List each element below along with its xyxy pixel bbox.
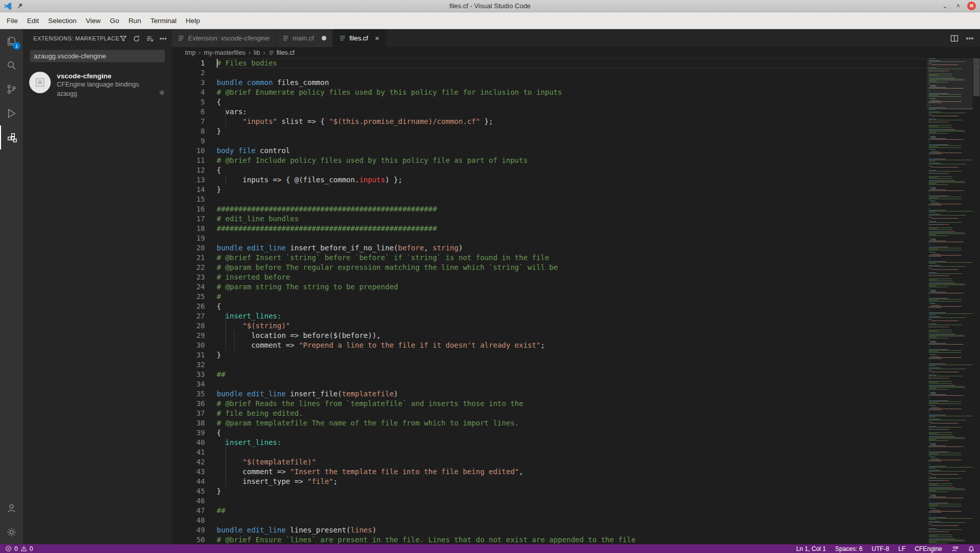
indentation[interactable]: Spaces: 6 bbox=[835, 545, 862, 552]
code-line[interactable]: 37# file being edited. bbox=[172, 409, 980, 418]
code-line[interactable]: 31} bbox=[172, 350, 980, 360]
line-number[interactable]: 10 bbox=[172, 146, 205, 156]
code-line[interactable]: 48 bbox=[172, 516, 980, 525]
maximize-button[interactable]: ˄ bbox=[954, 2, 963, 10]
line-number[interactable]: 14 bbox=[172, 185, 205, 195]
encoding[interactable]: UTF-8 bbox=[872, 545, 889, 552]
code-line[interactable]: 49bundle edit_line lines_present(lines) bbox=[172, 525, 980, 535]
code-line[interactable]: 44 insert_type => "file"; bbox=[172, 477, 980, 486]
line-number[interactable]: 18 bbox=[172, 224, 205, 233]
line-number[interactable]: 43 bbox=[172, 467, 205, 477]
split-editor-icon[interactable] bbox=[950, 34, 958, 42]
line-number[interactable]: 37 bbox=[172, 409, 205, 418]
line-number[interactable]: 48 bbox=[172, 516, 205, 525]
code-line[interactable]: 38# @param templatefile The name of the … bbox=[172, 418, 980, 428]
menu-run[interactable]: Run bbox=[124, 14, 146, 28]
line-number[interactable]: 15 bbox=[172, 195, 205, 204]
activity-explorer[interactable]: 1 bbox=[0, 29, 23, 53]
line-number[interactable]: 30 bbox=[172, 341, 205, 350]
line-number[interactable]: 31 bbox=[172, 350, 205, 360]
code-line[interactable]: 33## bbox=[172, 370, 980, 379]
editor-scrollbar-thumb[interactable] bbox=[973, 58, 979, 96]
eol-sequence[interactable]: LF bbox=[899, 545, 906, 552]
code-line[interactable]: 40 insert_lines: bbox=[172, 438, 980, 448]
notifications-bell-icon[interactable] bbox=[968, 545, 975, 552]
line-number[interactable]: 1 bbox=[172, 58, 205, 68]
code-line[interactable]: 21# @brief Insert `string` before `befor… bbox=[172, 253, 980, 263]
problems-status[interactable]: 0 0 bbox=[5, 545, 33, 552]
menu-go[interactable]: Go bbox=[106, 14, 124, 28]
line-number[interactable]: 3 bbox=[172, 78, 205, 88]
line-number[interactable]: 21 bbox=[172, 253, 205, 263]
refresh-icon[interactable] bbox=[133, 35, 140, 42]
code-line[interactable]: 1# Files bodies bbox=[172, 58, 980, 68]
line-number[interactable]: 46 bbox=[172, 496, 205, 506]
modified-dot-icon[interactable] bbox=[322, 36, 326, 40]
filter-icon[interactable] bbox=[119, 35, 127, 42]
line-number[interactable]: 44 bbox=[172, 477, 205, 486]
line-number[interactable]: 42 bbox=[172, 457, 205, 467]
clear-list-icon[interactable] bbox=[146, 35, 154, 42]
code-line[interactable]: 24# @param string The string to be prepe… bbox=[172, 282, 980, 292]
line-number[interactable]: 34 bbox=[172, 379, 205, 389]
code-line[interactable]: 35bundle edit_line insert_file(templatef… bbox=[172, 389, 980, 399]
menu-selection[interactable]: Selection bbox=[44, 14, 81, 28]
code-line[interactable]: 7 "inputs" slist => { "$(this.promise_di… bbox=[172, 117, 980, 126]
code-line[interactable]: 14} bbox=[172, 185, 980, 195]
activity-extensions[interactable] bbox=[0, 125, 23, 150]
activity-settings[interactable] bbox=[0, 520, 23, 544]
line-number[interactable]: 22 bbox=[172, 263, 205, 272]
line-number[interactable]: 2 bbox=[172, 68, 205, 78]
code-line[interactable]: 2 bbox=[172, 68, 980, 78]
code-line[interactable]: 46 bbox=[172, 496, 980, 506]
minimap[interactable] bbox=[927, 58, 973, 544]
line-number[interactable]: 19 bbox=[172, 233, 205, 243]
code-line[interactable]: 16######################################… bbox=[172, 204, 980, 214]
activity-search[interactable] bbox=[0, 53, 23, 77]
line-number[interactable]: 39 bbox=[172, 428, 205, 438]
more-actions-icon[interactable] bbox=[159, 35, 167, 42]
code-line[interactable]: 12{ bbox=[172, 165, 980, 175]
line-number[interactable]: 16 bbox=[172, 204, 205, 214]
tab-close-icon[interactable]: × bbox=[375, 34, 380, 42]
code-line[interactable]: 22# @param before The regular expression… bbox=[172, 263, 980, 272]
line-number[interactable]: 32 bbox=[172, 360, 205, 370]
code-line[interactable]: 23# inserted before bbox=[172, 272, 980, 282]
code-line[interactable]: 34 bbox=[172, 379, 980, 389]
code-line[interactable]: 41 bbox=[172, 448, 980, 457]
extensions-search-input[interactable] bbox=[30, 52, 164, 60]
line-number[interactable]: 7 bbox=[172, 117, 205, 126]
activity-source-control[interactable] bbox=[0, 77, 23, 101]
code-line[interactable]: 11# @brief Include policy files used by … bbox=[172, 156, 980, 165]
code-line[interactable]: 18######################################… bbox=[172, 224, 980, 233]
code-line[interactable]: 9 bbox=[172, 136, 980, 146]
line-number[interactable]: 45 bbox=[172, 486, 205, 496]
code-line[interactable]: 15 bbox=[172, 195, 980, 204]
code-line[interactable]: 19 bbox=[172, 233, 980, 243]
code-line[interactable]: 29 location => before($(before)), bbox=[172, 331, 980, 341]
tab-extension-vscode-cfengine[interactable]: Extension: vscode-cfengine bbox=[172, 29, 276, 47]
code-line[interactable]: 27 insert_lines: bbox=[172, 311, 980, 321]
line-number[interactable]: 9 bbox=[172, 136, 205, 146]
line-number[interactable]: 23 bbox=[172, 272, 205, 282]
close-button[interactable]: ✕ bbox=[967, 2, 976, 10]
tab-main-cf[interactable]: main.cf bbox=[276, 29, 333, 47]
code-line[interactable]: 3bundle common files_common bbox=[172, 78, 980, 88]
breadcrumb-item-tmp[interactable]: tmp bbox=[185, 49, 196, 56]
menu-help[interactable]: Help bbox=[181, 14, 204, 28]
line-number[interactable]: 27 bbox=[172, 311, 205, 321]
line-number[interactable]: 17 bbox=[172, 214, 205, 224]
line-number[interactable]: 26 bbox=[172, 302, 205, 311]
line-number[interactable]: 5 bbox=[172, 97, 205, 107]
code-line[interactable]: 20bundle edit_line insert_before_if_no_l… bbox=[172, 243, 980, 253]
code-line[interactable]: 6 vars: bbox=[172, 107, 980, 117]
code-line[interactable]: 36# @brief Reads the lines from `templat… bbox=[172, 399, 980, 409]
menu-file[interactable]: File bbox=[2, 14, 23, 28]
code-line[interactable]: 13 inputs => { @(files_common.inputs) }; bbox=[172, 175, 980, 185]
line-number[interactable]: 8 bbox=[172, 126, 205, 136]
editor-more-actions-icon[interactable] bbox=[966, 34, 974, 42]
line-number[interactable]: 4 bbox=[172, 88, 205, 97]
minimap-slider[interactable] bbox=[927, 58, 973, 110]
line-number[interactable]: 20 bbox=[172, 243, 205, 253]
line-number[interactable]: 40 bbox=[172, 438, 205, 448]
